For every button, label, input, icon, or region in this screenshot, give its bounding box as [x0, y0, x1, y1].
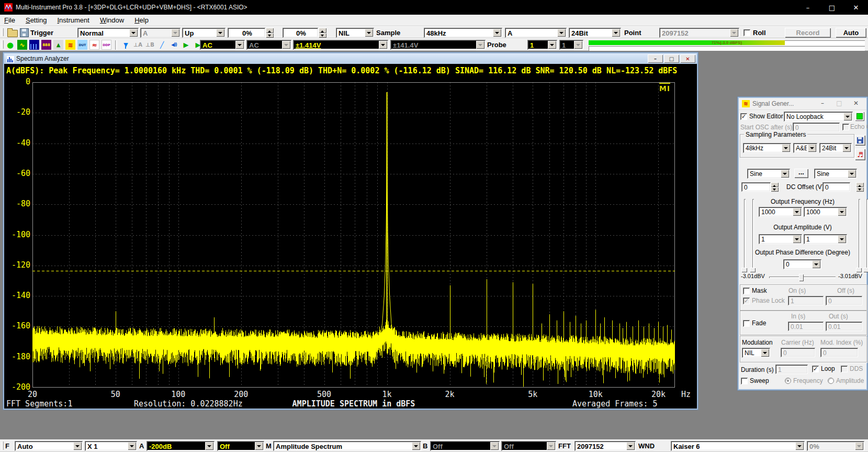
frequency-b-combo[interactable]: 1000 — [804, 207, 847, 217]
chevron-down-icon[interactable] — [255, 442, 263, 450]
chevron-down-icon[interactable] — [205, 442, 213, 450]
chevron-down-icon[interactable] — [795, 442, 804, 450]
run-icon[interactable]: ● — [5, 40, 15, 50]
chevron-down-icon[interactable] — [761, 349, 769, 357]
open-file-icon[interactable] — [7, 30, 18, 37]
trigger-filter-icon[interactable]: ▼ — [121, 40, 131, 50]
a-function-combo[interactable]: Off — [217, 441, 264, 451]
sg-minimize-button[interactable]: – — [818, 100, 827, 107]
spectrum-close-button[interactable]: ✕ — [680, 54, 695, 63]
chevron-down-icon[interactable] — [235, 41, 244, 49]
close-button[interactable]: ✕ — [844, 0, 868, 15]
spin-up-icon[interactable] — [266, 28, 274, 33]
chevron-down-icon[interactable] — [843, 113, 852, 120]
modulation-type-combo[interactable]: NIL — [742, 348, 770, 358]
chevron-down-icon[interactable] — [793, 235, 801, 243]
spectrum-3d-plot-icon[interactable]: ▲ — [53, 40, 63, 50]
chevron-down-icon[interactable] — [782, 144, 790, 152]
window-function-combo[interactable]: Kaiser 6 — [671, 441, 805, 451]
menu-file[interactable]: File — [4, 16, 15, 24]
freq-axis-combo[interactable]: Auto — [15, 441, 83, 451]
waveform-b-combo[interactable]: Sine — [814, 169, 857, 179]
slider-thumb[interactable] — [741, 268, 747, 272]
chevron-down-icon[interactable] — [365, 29, 373, 37]
generator-run-button[interactable] — [855, 112, 864, 121]
display-mode-combo[interactable]: Amplitude Spectrum — [273, 441, 421, 451]
derived-data-point-icon[interactable]: ≈ — [89, 40, 99, 50]
save-waveform-button[interactable] — [855, 135, 865, 146]
menu-help[interactable]: Help — [134, 16, 149, 24]
chevron-down-icon[interactable] — [808, 144, 816, 152]
sweep-checkbox[interactable] — [741, 378, 748, 384]
menu-window[interactable]: Window — [100, 16, 124, 24]
coupling-a-combo[interactable]: AC — [200, 40, 245, 50]
zoom-combo[interactable]: X 1 — [85, 441, 137, 451]
range-a-combo[interactable]: ±1.414V — [293, 40, 388, 50]
chevron-down-icon[interactable] — [626, 442, 635, 450]
trigger-delay-stepper[interactable] — [319, 28, 326, 38]
fade-checkbox[interactable] — [743, 320, 750, 327]
trigger-edge-combo[interactable]: Up — [182, 28, 226, 38]
chevron-down-icon[interactable] — [838, 235, 846, 243]
title-bar[interactable]: Multi-Instrument Pro 3.8 - [+3DP+DLG+LCR… — [0, 0, 868, 15]
chevron-down-icon[interactable] — [842, 144, 851, 152]
spin-down-icon[interactable] — [771, 187, 779, 192]
chevron-down-icon[interactable] — [781, 170, 789, 178]
trigger-level-field[interactable]: 0% — [228, 28, 265, 38]
phase-slider-thumb[interactable] — [799, 274, 804, 281]
sample-channel-combo[interactable]: A — [505, 28, 567, 38]
spectrum-title-bar[interactable]: Spectrum Analyzer – □ ✕ — [4, 53, 697, 64]
gen-channels-combo[interactable]: A&B — [793, 143, 817, 153]
menu-setting[interactable]: Setting — [26, 16, 47, 24]
chevron-down-icon[interactable] — [793, 208, 801, 216]
probe-a-combo[interactable]: 1 — [527, 40, 557, 50]
dc-offset-a-stepper[interactable] — [771, 182, 779, 192]
chevron-down-icon[interactable] — [129, 29, 138, 37]
multimeter-icon[interactable]: 888 — [41, 40, 51, 50]
fft-size-combo[interactable]: 2097152 — [574, 441, 636, 451]
amplitude-slider-b1[interactable] — [859, 199, 860, 272]
spin-up-icon[interactable] — [319, 28, 326, 33]
sg-close-button[interactable]: ✕ — [851, 100, 861, 107]
chevron-down-icon[interactable] — [548, 41, 556, 49]
waveform-library-button[interactable]: ♬ — [855, 149, 865, 160]
chevron-down-icon[interactable] — [612, 29, 620, 37]
menu-instrument[interactable]: Instrument — [57, 16, 89, 24]
bit-depth-combo[interactable]: 24Bit — [569, 28, 621, 38]
dc-offset-b-field[interactable]: 0 — [822, 182, 850, 192]
maximize-button[interactable]: □ — [820, 0, 844, 15]
toolbar-grip[interactable] — [1, 28, 4, 36]
minimize-button[interactable]: – — [796, 0, 820, 15]
dc-offset-a-field[interactable]: 0 — [741, 182, 771, 192]
chevron-down-icon[interactable] — [412, 442, 420, 450]
spin-down-icon[interactable] — [266, 33, 274, 38]
signal-generator-icon[interactable]: ≋ — [65, 40, 75, 50]
slider-thumb[interactable] — [750, 268, 756, 272]
chevron-down-icon[interactable] — [493, 29, 501, 37]
gen-bit-depth-combo[interactable]: 24Bit — [819, 143, 852, 153]
spectrum-minimize-button[interactable]: – — [648, 54, 663, 63]
sound-device-icon[interactable]: ◀)) — [169, 40, 179, 50]
chevron-down-icon[interactable] — [379, 41, 387, 49]
chevron-down-icon[interactable] — [848, 170, 856, 178]
amplitude-slider-a1[interactable] — [744, 199, 746, 272]
mask-checkbox[interactable] — [743, 288, 750, 294]
spectrum-plot-canvas[interactable] — [32, 82, 675, 388]
trigger-level-stepper[interactable] — [266, 28, 274, 38]
trigger-mode-combo[interactable]: Normal — [77, 28, 139, 38]
amplitude-a-combo[interactable]: 1 — [759, 234, 802, 244]
slider-thumb[interactable] — [863, 268, 868, 272]
chevron-down-icon[interactable] — [73, 442, 82, 450]
hpf-combo[interactable]: NIL — [336, 28, 374, 38]
frequency-a-combo[interactable]: 1000 — [759, 207, 802, 217]
chevron-down-icon[interactable] — [216, 29, 224, 37]
show-editor-checkbox[interactable] — [740, 113, 747, 120]
loop-checkbox[interactable] — [812, 366, 819, 372]
amplitude-slider-a2[interactable] — [752, 199, 754, 272]
toolbar-grip[interactable] — [1, 40, 4, 49]
more-options-button[interactable]: ... — [794, 169, 808, 178]
auto-button[interactable]: Auto — [836, 28, 866, 38]
spin-up-icon[interactable] — [771, 182, 779, 187]
spectrum-analyzer-icon[interactable] — [29, 40, 39, 50]
save-icon[interactable] — [20, 28, 29, 37]
